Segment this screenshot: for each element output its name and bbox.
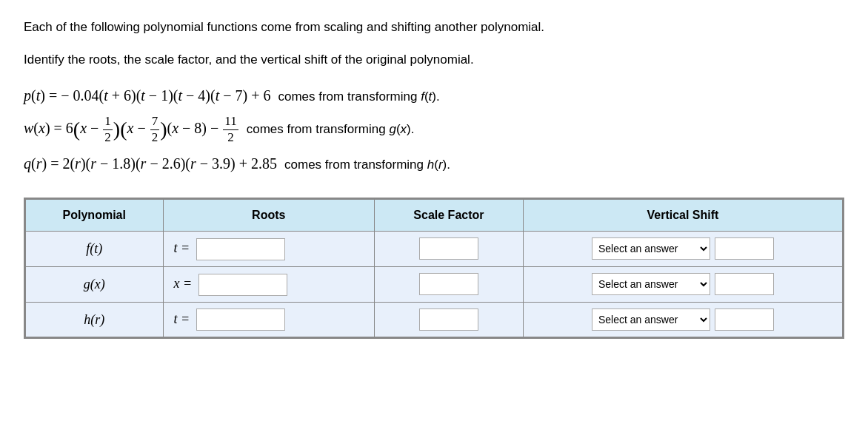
scale-input-gx[interactable]	[419, 273, 478, 295]
vshift-select-gx[interactable]: Select an answer + −	[592, 273, 710, 295]
eq3-math: q(r) = 2(r)(r − 1.8)(r − 2.6)(r − 3.9) +…	[24, 152, 277, 175]
vshift-cell-ft: Select an answer + −	[523, 232, 842, 267]
roots-var-gx: x =	[174, 276, 193, 291]
vshift-select-hr[interactable]: Select an answer + −	[592, 308, 710, 331]
col-header-polynomial: Polynomial	[26, 200, 164, 232]
main-table: Polynomial Roots Scale Factor Vertical S…	[25, 199, 843, 337]
vshift-cell-gx: Select an answer + −	[523, 266, 842, 302]
roots-cell-gx: x =	[163, 266, 374, 302]
col-header-scale: Scale Factor	[375, 200, 524, 232]
vshift-select-ft[interactable]: Select an answer + −	[592, 237, 710, 260]
table-row: g(x) x = Select an answer + −	[26, 266, 843, 302]
poly-cell-gx: g(x)	[26, 266, 164, 302]
eq2-text: comes from transforming g(x).	[247, 119, 415, 139]
table-wrapper: Polynomial Roots Scale Factor Vertical S…	[24, 198, 844, 339]
scale-cell-hr	[375, 302, 524, 337]
scale-cell-ft	[375, 232, 524, 267]
description-line1: Each of the following polynomial functio…	[24, 18, 844, 37]
vshift-input-ft[interactable]	[715, 237, 774, 260]
vshift-input-gx[interactable]	[715, 273, 774, 295]
col-header-vshift: Vertical Shift	[523, 200, 842, 232]
equation-1: p(t) = − 0.04(t + 6)(t − 1)(t − 4)(t − 7…	[24, 84, 844, 107]
vshift-input-hr[interactable]	[715, 308, 774, 331]
description-block: Each of the following polynomial functio…	[24, 18, 844, 70]
eq1-math: p(t) = − 0.04(t + 6)(t − 1)(t − 4)(t − 7…	[24, 84, 270, 107]
poly-cell-hr: h(r)	[26, 302, 164, 337]
scale-input-hr[interactable]	[419, 308, 478, 331]
equation-3: q(r) = 2(r)(r − 1.8)(r − 2.6)(r − 3.9) +…	[24, 152, 844, 175]
eq1-text: comes from transforming f(t).	[278, 87, 439, 107]
roots-cell-ft: t =	[163, 232, 374, 267]
roots-input-gx[interactable]	[198, 274, 287, 296]
roots-var-hr: t =	[174, 311, 190, 326]
vshift-cell-hr: Select an answer + −	[523, 302, 842, 337]
table-row: h(r) t = Select an answer + −	[26, 302, 843, 337]
description-line2: Identify the roots, the scale factor, an…	[24, 50, 844, 70]
roots-var-ft: t =	[174, 240, 190, 255]
col-header-roots: Roots	[163, 200, 374, 232]
vshift-content-ft: Select an answer + −	[534, 237, 832, 260]
scale-input-ft[interactable]	[419, 237, 478, 260]
vshift-content-hr: Select an answer + −	[534, 308, 832, 331]
roots-input-ft[interactable]	[196, 238, 285, 260]
roots-input-hr[interactable]	[196, 308, 285, 331]
table-row: f(t) t = Select an answer + −	[26, 232, 843, 267]
scale-cell-gx	[375, 266, 524, 302]
eq2-math: w(x) = 6(x − 12)(x − 72)(x − 8) − 112	[24, 113, 239, 146]
eq3-text: comes from transforming h(r).	[284, 155, 450, 175]
table-header-row: Polynomial Roots Scale Factor Vertical S…	[26, 200, 843, 232]
equation-2: w(x) = 6(x − 12)(x − 72)(x − 8) − 112 co…	[24, 113, 844, 146]
poly-cell-ft: f(t)	[26, 232, 164, 267]
roots-cell-hr: t =	[163, 302, 374, 337]
vshift-content-gx: Select an answer + −	[534, 273, 832, 295]
